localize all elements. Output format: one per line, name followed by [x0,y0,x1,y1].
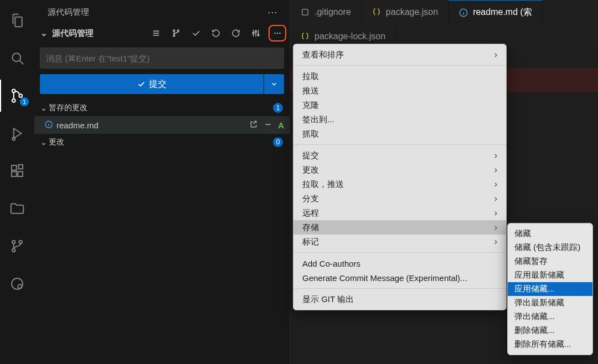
svg-rect-24 [302,9,308,15]
svg-point-0 [12,53,20,61]
activity-search[interactable] [0,42,34,74]
view-list-icon[interactable] [149,26,163,40]
branch-create-icon[interactable] [169,26,183,40]
activity-folder[interactable] [0,193,34,225]
svg-point-19 [257,34,259,36]
activity-scm[interactable]: 1 [0,80,34,112]
submenu-item[interactable]: 删除储藏... [508,324,592,337]
menu-item[interactable]: 更改› [293,163,506,177]
submenu-item[interactable]: 应用储藏... [508,282,592,296]
submenu-item[interactable]: 储藏暂存 [508,254,592,268]
unstage-icon[interactable] [264,120,272,131]
svg-rect-5 [12,165,17,170]
menu-item-label: 更改 [302,165,319,175]
history-icon[interactable] [209,26,223,40]
commit-check-icon[interactable] [189,26,203,40]
scm-badge: 1 [20,97,29,106]
menu-item[interactable]: 标记› [293,235,506,249]
editor-tabs-row1: .gitignorepackage.jsonreadme.md (索 [290,0,598,24]
submenu-item-label: 应用储藏... [514,284,555,294]
more-actions-button[interactable] [269,25,286,41]
menu-item[interactable]: 签出到... [293,112,506,127]
commit-area: 提交 [34,42,290,100]
menu-item[interactable]: 推送 [293,84,506,98]
svg-point-22 [279,33,280,34]
submenu-item[interactable]: 储藏 [508,227,592,241]
gitignore-icon [300,7,310,17]
tab-label: readme.md (索 [473,7,532,18]
panel-title: 源代码管理 [48,7,89,18]
run-debug-icon [9,125,25,142]
chevron-down-icon [270,80,278,88]
settings-sliders-icon[interactable] [249,26,263,40]
menu-item[interactable]: 克隆 [293,98,506,112]
editor-tab[interactable]: readme.md (索 [448,0,543,24]
menu-item[interactable]: Add Co-authors [293,256,506,271]
submenu-item[interactable]: 应用最新储藏 [508,268,592,282]
submenu-item-label: 删除储藏... [514,325,555,336]
menu-item[interactable]: 提交› [293,148,506,163]
staged-file-row[interactable]: readme.md A [34,116,290,134]
status-letter: A [278,121,284,130]
stash-submenu[interactable]: 储藏储藏 (包含未跟踪)储藏暂存应用最新储藏应用储藏...弹出最新储藏弹出储藏.… [507,223,593,355]
activity-debug[interactable] [0,117,34,149]
file-name: readme.md [56,121,99,130]
file-actions: A [249,120,290,131]
submenu-item[interactable]: 储藏 (包含未跟踪) [508,241,592,254]
menu-item[interactable]: Generate Commit Message (Experimental)..… [293,271,506,285]
menu-item[interactable]: 分支› [293,191,506,206]
editor-tab[interactable]: .gitignore [290,0,362,24]
tab-label: package-lock.json [315,32,385,41]
svg-point-17 [252,33,254,34]
json-icon [372,7,382,17]
scm-section-header[interactable]: ⌄ 源代码管理 [34,24,290,42]
submenu-item[interactable]: 删除所有储藏... [508,337,592,351]
activity-extensions[interactable] [0,155,34,187]
activity-gitgraph[interactable] [0,230,34,262]
open-file-icon[interactable] [249,120,258,131]
menu-item-label: 标记 [302,237,319,247]
svg-point-18 [255,31,257,33]
chevron-down-icon: ⌄ [39,28,49,38]
refresh-icon[interactable] [229,26,243,40]
activity-bar: 1 [0,0,34,364]
commit-row: 提交 [40,74,284,94]
svg-point-4 [12,138,15,141]
submenu-item[interactable]: 弹出储藏... [508,310,592,324]
menu-item-label: 拉取，推送 [302,179,344,190]
chevron-down-icon: ⌄ [39,138,49,147]
commit-button[interactable]: 提交 [40,74,264,94]
menu-item-label: 推送 [302,86,319,96]
svg-rect-8 [19,165,23,169]
submenu-item-label: 弹出最新储藏 [514,298,564,308]
submenu-item-label: 应用最新储藏 [514,270,564,280]
menu-separator [293,65,506,66]
svg-point-10 [12,249,16,252]
panel-more-icon[interactable]: ⋯ [267,6,279,18]
editor-tab[interactable]: package.json [362,0,448,24]
menu-item[interactable]: 存储› [293,220,506,235]
commit-dropdown-button[interactable] [264,74,284,94]
changes-header[interactable]: ⌄ 更改 0 [34,134,290,150]
menu-item[interactable]: 远程› [293,206,506,220]
menu-item[interactable]: 查看和排序› [293,48,506,62]
commit-button-label: 提交 [149,79,167,90]
commit-message-input[interactable] [40,48,284,69]
chevron-down-icon: ⌄ [39,103,49,112]
scm-context-menu[interactable]: 查看和排序›拉取推送克隆签出到...抓取提交›更改›拉取，推送›分支›远程›存储… [293,44,507,310]
menu-item[interactable]: 拉取 [293,69,506,84]
activity-explorer[interactable] [0,4,34,37]
menu-item[interactable]: 显示 GIT 输出 [293,292,506,306]
menu-item[interactable]: 拉取，推送› [293,177,506,191]
chevron-right-icon: › [494,208,497,218]
activity-gitlens[interactable] [0,268,34,300]
staged-changes-header[interactable]: ⌄ 暂存的更改 1 [34,100,290,116]
submenu-item[interactable]: 弹出最新储藏 [508,296,592,310]
menu-item-label: 抓取 [302,129,319,139]
folder-icon [9,200,25,217]
gitlens-icon [9,275,25,292]
menu-item[interactable]: 抓取 [293,127,506,141]
staged-count-badge: 1 [273,103,283,113]
menu-item-label: 提交 [302,150,319,161]
menu-item-label: 存储 [302,222,319,233]
